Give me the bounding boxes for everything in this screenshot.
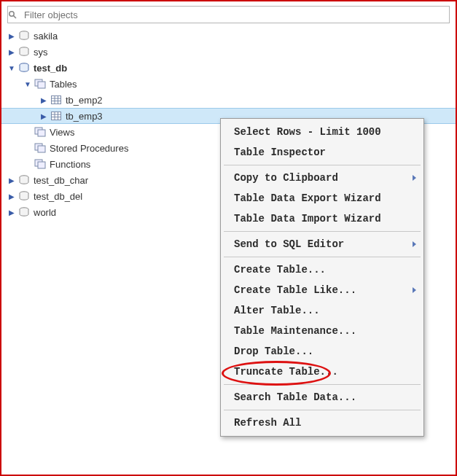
menu-create-table-like[interactable]: Create Table Like... [221,280,423,300]
svg-rect-6 [38,82,45,88]
svg-rect-18 [38,130,45,136]
database-icon [17,174,31,186]
menu-table-maintenance[interactable]: Table Maintenance... [221,321,423,341]
tree-item-label: sys [34,47,48,58]
tree-item-label: test_db_char [34,175,88,186]
svg-rect-7 [52,96,61,104]
svg-rect-20 [38,146,45,152]
tree-item-label: Functions [50,159,90,170]
svg-point-0 [9,12,14,16]
database-icon [17,30,31,42]
svg-rect-22 [38,162,45,168]
tree-item-label: Stored Procedures [50,143,128,154]
filter-bar [7,6,450,23]
tree-item-label: Views [50,127,74,138]
stored-procedures-icon [34,142,47,154]
tree-item-sys[interactable]: ▶ sys [7,44,450,60]
menu-separator [224,257,421,257]
database-icon [17,190,31,202]
views-icon [34,126,47,138]
tree-item-label: Tables [50,79,77,90]
tree-item-label: world [34,207,56,218]
tree-item-tables[interactable]: ▼ Tables [7,76,450,92]
expand-arrow-icon[interactable]: ▶ [39,96,48,104]
tree-item-sakila[interactable]: ▶ sakila [7,28,450,44]
tree-item-test-db[interactable]: ▼ test_db [7,60,450,76]
expand-arrow-icon[interactable]: ▶ [7,176,16,184]
menu-export-wizard[interactable]: Table Data Export Wizard [221,188,423,208]
tree-item-label: test_db [34,63,67,74]
tables-folder-icon [34,78,47,90]
expand-arrow-icon[interactable]: ▶ [7,48,16,56]
table-icon [50,110,63,122]
svg-rect-12 [52,112,61,120]
tree-item-tb-emp2[interactable]: ▶ tb_emp2 [7,92,450,108]
database-icon [17,206,31,218]
svg-line-1 [14,16,16,18]
menu-separator [224,384,421,385]
tree-item-label: tb_emp3 [66,111,103,122]
app-frame: ▶ sakila ▶ sys ▼ test_db ▼ [0,0,457,476]
collapse-arrow-icon[interactable]: ▼ [23,80,32,88]
search-icon [8,10,21,19]
expand-arrow-icon[interactable]: ▶ [39,112,48,120]
database-icon [17,46,31,58]
expand-arrow-icon[interactable]: ▶ [7,208,16,216]
menu-separator [224,410,421,410]
menu-search-table-data[interactable]: Search Table Data... [221,387,423,407]
menu-send-sql[interactable]: Send to SQL Editor [221,234,423,254]
collapse-arrow-icon[interactable]: ▼ [7,64,16,72]
menu-create-table[interactable]: Create Table... [221,260,423,280]
expand-arrow-icon[interactable]: ▶ [7,192,16,200]
menu-table-inspector[interactable]: Table Inspector [221,142,423,163]
menu-drop-table[interactable]: Drop Table... [221,341,423,362]
tree-item-label: sakila [34,31,58,42]
menu-import-wizard[interactable]: Table Data Import Wizard [221,208,423,229]
menu-select-rows[interactable]: Select Rows - Limit 1000 [221,122,423,142]
menu-separator [224,165,421,165]
menu-alter-table[interactable]: Alter Table... [221,300,423,321]
table-icon [50,94,63,106]
menu-truncate-table[interactable]: Truncate Table... [221,362,423,382]
menu-separator [224,231,421,232]
filter-input[interactable] [21,8,449,22]
tree-item-label: test_db_del [34,191,82,202]
menu-copy-clipboard[interactable]: Copy to Clipboard [221,168,423,188]
database-icon [17,62,31,74]
menu-refresh-all[interactable]: Refresh All [221,413,423,433]
tree-item-label: tb_emp2 [66,95,103,106]
functions-icon [34,158,47,170]
context-menu: Select Rows - Limit 1000 Table Inspector… [220,118,424,437]
expand-arrow-icon[interactable]: ▶ [7,32,16,40]
